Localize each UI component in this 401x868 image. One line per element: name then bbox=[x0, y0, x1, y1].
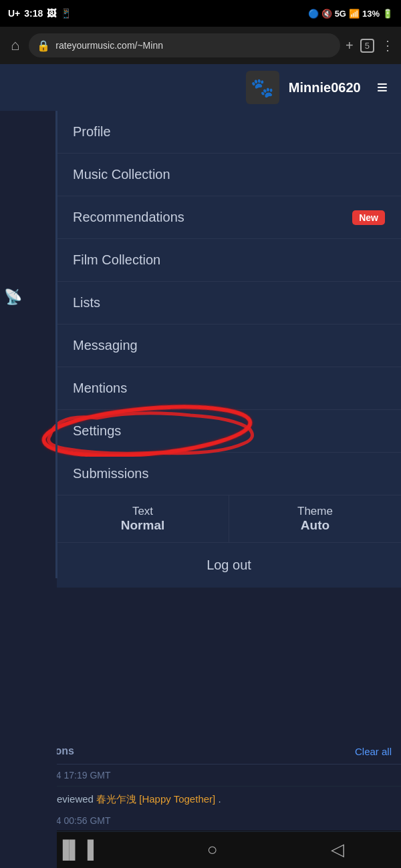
more-options-icon[interactable]: ⋮ bbox=[381, 37, 394, 53]
network-label: 5G bbox=[335, 9, 346, 19]
clear-all-button[interactable]: Clear all bbox=[355, 746, 392, 757]
mentions-label: Mentions bbox=[73, 381, 127, 396]
avatar: 🐾 bbox=[246, 71, 279, 104]
menu-item-film-collection[interactable]: Film Collection bbox=[57, 239, 401, 282]
text-size-selector[interactable]: Text Normal bbox=[57, 495, 229, 542]
sim-icon: 📱 bbox=[60, 8, 72, 19]
menu-item-lists[interactable]: Lists bbox=[57, 282, 401, 324]
site-header: 🐾 Minnie0620 ≡ bbox=[0, 64, 401, 111]
url-text: rateyourmusic.com/~Minn bbox=[55, 40, 163, 51]
browser-actions: + 5 ⋮ bbox=[346, 37, 394, 53]
notification-suffix: . bbox=[218, 793, 221, 805]
text-value: Normal bbox=[70, 518, 215, 533]
back-button[interactable]: ◁ bbox=[331, 839, 344, 860]
recent-apps-icon[interactable]: ▐▌▐ bbox=[57, 839, 94, 860]
logout-button[interactable]: Log out bbox=[57, 543, 401, 588]
battery-label: 13% bbox=[362, 9, 380, 19]
menu-item-mentions[interactable]: Mentions bbox=[57, 367, 401, 410]
menu-item-submissions[interactable]: Submissions bbox=[57, 453, 401, 495]
signal-icon: 📶 bbox=[349, 9, 360, 19]
mute-icon: 🔇 bbox=[321, 9, 332, 19]
browser-bar: ⌂ 🔒 rateyourmusic.com/~Minn + 5 ⋮ bbox=[0, 27, 401, 64]
submissions-label: Submissions bbox=[73, 466, 148, 481]
notification-action: reviewed bbox=[53, 793, 94, 805]
username-label: Minnie0620 bbox=[289, 80, 361, 95]
notification-title-text: 春光乍洩 [Happy Together] bbox=[96, 793, 215, 805]
battery-icon: 🔋 bbox=[382, 9, 393, 19]
bluetooth-icon: 🔵 bbox=[308, 9, 319, 19]
messaging-label: Messaging bbox=[73, 338, 138, 353]
theme-value: Auto bbox=[243, 518, 388, 533]
dropdown-menu: Profile Music Collection Recommendations… bbox=[57, 111, 401, 588]
notification-timestamp-1: | 08/06/2024 17:19 GMT bbox=[0, 765, 401, 787]
hamburger-icon[interactable]: ≡ bbox=[377, 77, 388, 98]
menu-item-settings[interactable]: Settings bbox=[57, 410, 401, 453]
menu-item-messaging[interactable]: Messaging bbox=[57, 324, 401, 367]
settings-circle-annotation bbox=[37, 403, 264, 457]
film-collection-label: Film Collection bbox=[73, 252, 160, 268]
tab-count[interactable]: 5 bbox=[360, 39, 374, 53]
profile-label: Profile bbox=[73, 124, 111, 140]
avatar-image: 🐾 bbox=[251, 77, 274, 99]
notification-content-1: stroc117 reviewed 春光乍洩 [Happy Together] … bbox=[0, 787, 401, 810]
theme-label: Theme bbox=[243, 505, 388, 518]
settings-label: Settings bbox=[73, 423, 121, 439]
url-bar[interactable]: 🔒 rateyourmusic.com/~Minn bbox=[29, 33, 340, 57]
carrier-label: U+ bbox=[8, 8, 20, 19]
menu-item-recommendations[interactable]: Recommendations New bbox=[57, 196, 401, 239]
security-icon: 🔒 bbox=[37, 39, 50, 52]
status-left: U+ 3:18 🖼 📱 bbox=[8, 8, 72, 19]
page-content: 🐾 Minnie0620 ≡ 📡 Profile Music Collectio… bbox=[0, 64, 401, 868]
new-badge: New bbox=[352, 210, 385, 225]
menu-item-profile[interactable]: Profile bbox=[57, 111, 401, 154]
status-bar: U+ 3:18 🖼 📱 🔵 🔇 5G 📶 13% 🔋 bbox=[0, 0, 401, 27]
photo-icon: 🖼 bbox=[47, 8, 56, 19]
text-label: Text bbox=[70, 505, 215, 518]
home-button[interactable]: ○ bbox=[207, 839, 218, 860]
recommendations-label: Recommendations bbox=[73, 210, 184, 225]
menu-left-border bbox=[55, 111, 57, 578]
text-theme-row: Text Normal Theme Auto bbox=[57, 495, 401, 543]
menu-item-music-collection[interactable]: Music Collection bbox=[57, 154, 401, 196]
theme-selector[interactable]: Theme Auto bbox=[229, 495, 401, 542]
bg-sidebar: 📡 bbox=[0, 111, 57, 868]
notification-timestamp-2: | 08/04/2024 00:56 GMT bbox=[0, 810, 401, 832]
notifications-area: Notifications Clear all | 08/06/2024 17:… bbox=[0, 738, 401, 831]
bottom-nav: ▐▌▐ ○ ◁ bbox=[0, 831, 401, 868]
music-collection-label: Music Collection bbox=[73, 167, 170, 182]
lists-label: Lists bbox=[73, 295, 100, 310]
rss-icon: 📡 bbox=[0, 284, 26, 310]
logout-label: Log out bbox=[207, 558, 251, 572]
status-right: 🔵 🔇 5G 📶 13% 🔋 bbox=[308, 9, 393, 19]
home-icon[interactable]: ⌂ bbox=[7, 33, 23, 58]
time-label: 3:18 bbox=[24, 8, 43, 19]
add-tab-icon[interactable]: + bbox=[346, 38, 354, 53]
notifications-header: Notifications Clear all bbox=[0, 738, 401, 765]
